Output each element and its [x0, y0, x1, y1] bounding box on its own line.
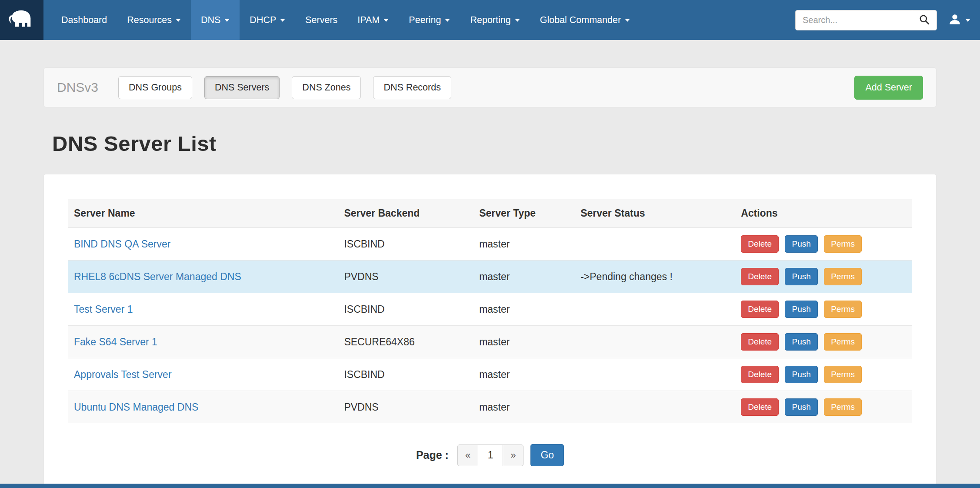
delete-button[interactable]: Delete — [741, 235, 779, 253]
perms-button[interactable]: Perms — [824, 235, 862, 253]
server-type-cell: master — [473, 358, 574, 391]
push-button[interactable]: Push — [785, 268, 817, 285]
caret-down-icon — [280, 19, 285, 22]
nav-item-dashboard[interactable]: Dashboard — [51, 0, 117, 40]
push-button[interactable]: Push — [785, 235, 817, 253]
nav-item-global-commander[interactable]: Global Commander — [530, 0, 640, 40]
server-name-link[interactable]: RHEL8 6cDNS Server Managed DNS — [74, 271, 241, 282]
navbar-right — [795, 0, 980, 40]
nav-item-peering[interactable]: Peering — [399, 0, 460, 40]
caret-down-icon — [625, 19, 630, 22]
nav-item-dhcp[interactable]: DHCP — [240, 0, 295, 40]
tab-dns-zones[interactable]: DNS Zones — [292, 76, 361, 99]
header-server-type: Server Type — [473, 199, 574, 228]
page-label: Page : — [416, 449, 449, 461]
nav-label: Peering — [409, 15, 441, 26]
search-group — [795, 10, 937, 30]
table-row: BIND DNS QA Server ISCBIND master Delete… — [68, 228, 912, 261]
server-type-cell: master — [473, 326, 574, 358]
header-actions: Actions — [735, 199, 912, 228]
nav-item-reporting[interactable]: Reporting — [460, 0, 530, 40]
mammoth-logo-icon — [8, 6, 35, 34]
table-row: Approvals Test Server ISCBIND master Del… — [68, 358, 912, 391]
brand-logo[interactable] — [0, 0, 43, 40]
main-nav: Dashboard Resources DNS DHCP Servers IPA… — [43, 0, 640, 40]
server-status-cell — [574, 358, 735, 391]
tab-dns-records[interactable]: DNS Records — [373, 76, 451, 99]
search-input[interactable] — [795, 10, 912, 30]
header-server-backend: Server Backend — [338, 199, 473, 228]
delete-button[interactable]: Delete — [741, 268, 779, 285]
delete-button[interactable]: Delete — [741, 366, 779, 383]
perms-button[interactable]: Perms — [824, 333, 862, 351]
delete-button[interactable]: Delete — [741, 333, 779, 351]
page-number-input[interactable] — [478, 445, 503, 466]
table-row: RHEL8 6cDNS Server Managed DNS PVDNS mas… — [68, 261, 912, 293]
perms-button[interactable]: Perms — [824, 301, 862, 318]
push-button[interactable]: Push — [785, 301, 817, 318]
nav-label: DHCP — [250, 15, 276, 26]
nav-label: IPAM — [357, 15, 380, 26]
user-icon — [948, 13, 961, 27]
server-backend-cell: PVDNS — [338, 391, 473, 424]
delete-button[interactable]: Delete — [741, 398, 779, 416]
nav-label: Reporting — [470, 15, 510, 26]
nav-item-dns[interactable]: DNS — [191, 0, 240, 40]
server-type-cell: master — [473, 391, 574, 424]
push-button[interactable]: Push — [785, 366, 817, 383]
table-row: Ubuntu DNS Managed DNS PVDNS master Dele… — [68, 391, 912, 424]
tab-dns-groups[interactable]: DNS Groups — [118, 76, 192, 99]
user-menu[interactable] — [948, 13, 970, 27]
server-backend-cell: PVDNS — [338, 261, 473, 293]
table-header-row: Server Name Server Backend Server Type S… — [68, 199, 912, 228]
perms-button[interactable]: Perms — [824, 398, 862, 416]
server-type-cell: master — [473, 228, 574, 261]
server-status-cell — [574, 326, 735, 358]
server-type-cell: master — [473, 293, 574, 326]
server-name-link[interactable]: Ubuntu DNS Managed DNS — [74, 401, 198, 413]
caret-down-icon — [383, 19, 389, 22]
delete-button[interactable]: Delete — [741, 301, 779, 318]
dnsv3-toolbar: DNSv3 DNS Groups DNS Servers DNS Zones D… — [43, 67, 937, 107]
next-page-button[interactable]: » — [503, 445, 523, 466]
header-server-name: Server Name — [68, 199, 338, 228]
server-name-link[interactable]: Fake S64 Server 1 — [74, 336, 157, 348]
server-type-cell: master — [473, 261, 574, 293]
search-button[interactable] — [912, 10, 937, 30]
search-icon — [919, 14, 930, 27]
nav-item-ipam[interactable]: IPAM — [347, 0, 399, 40]
server-backend-cell: ISCBIND — [338, 358, 473, 391]
footer-strip — [0, 484, 980, 488]
add-server-button[interactable]: Add Server — [854, 76, 923, 100]
server-name-link[interactable]: Test Server 1 — [74, 304, 133, 315]
caret-down-icon — [965, 19, 970, 22]
push-button[interactable]: Push — [785, 398, 817, 416]
caret-down-icon — [445, 19, 450, 22]
server-list-card: Server Name Server Backend Server Type S… — [43, 174, 937, 488]
server-status-cell: ->Pending changes ! — [574, 261, 735, 293]
nav-item-resources[interactable]: Resources — [117, 0, 191, 40]
pagination: Page : « » Go — [68, 444, 912, 466]
table-row: Test Server 1 ISCBIND master Delete Push… — [68, 293, 912, 326]
go-button[interactable]: Go — [530, 444, 564, 466]
server-status-cell — [574, 391, 735, 424]
nav-label: Dashboard — [61, 15, 107, 26]
server-table: Server Name Server Backend Server Type S… — [68, 199, 912, 423]
server-status-cell — [574, 228, 735, 261]
nav-label: Servers — [305, 15, 337, 26]
nav-label: Global Commander — [540, 15, 621, 26]
table-row: Fake S64 Server 1 SECURE64X86 master Del… — [68, 326, 912, 358]
server-backend-cell: SECURE64X86 — [338, 326, 473, 358]
server-name-link[interactable]: BIND DNS QA Server — [74, 238, 170, 250]
prev-page-button[interactable]: « — [457, 445, 478, 466]
nav-item-servers[interactable]: Servers — [295, 0, 347, 40]
server-name-link[interactable]: Approvals Test Server — [74, 369, 172, 380]
perms-button[interactable]: Perms — [824, 366, 862, 383]
push-button[interactable]: Push — [785, 333, 817, 351]
tab-dns-servers[interactable]: DNS Servers — [204, 76, 280, 99]
caret-down-icon — [515, 19, 520, 22]
server-backend-cell: ISCBIND — [338, 228, 473, 261]
nav-label: Resources — [127, 15, 172, 26]
perms-button[interactable]: Perms — [824, 268, 862, 285]
caret-down-icon — [224, 19, 230, 22]
